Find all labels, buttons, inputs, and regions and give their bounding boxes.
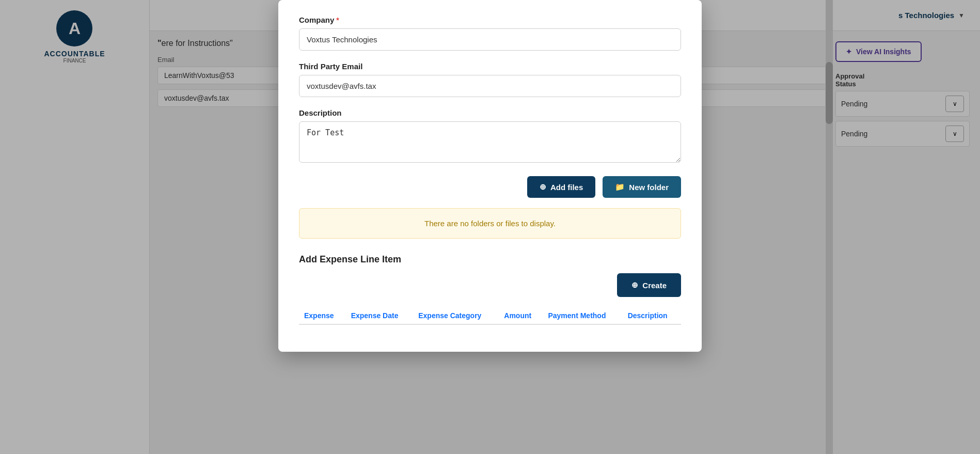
expense-table: Expense Expense Date Expense Category Am… — [299, 307, 681, 325]
th-expense-category: Expense Category — [413, 307, 499, 324]
expense-section: Add Expense Line Item ⊕ Create Expense E… — [299, 254, 681, 325]
plus-icon-add-files: ⊕ — [540, 182, 546, 192]
th-expense-date: Expense Date — [346, 307, 414, 324]
add-files-button[interactable]: ⊕ Add files — [527, 176, 595, 198]
add-files-label: Add files — [550, 183, 583, 192]
expense-section-title: Add Expense Line Item — [299, 254, 681, 265]
create-label: Create — [642, 281, 667, 290]
company-label: Company * — [299, 15, 681, 24]
company-form-group: Company * — [299, 15, 681, 51]
description-form-group: Description For Test — [299, 108, 681, 165]
th-payment-method: Payment Method — [543, 307, 622, 324]
company-input[interactable] — [299, 28, 681, 51]
table-header-row: Expense Expense Date Expense Category Am… — [299, 307, 681, 324]
new-folder-label: New folder — [629, 183, 669, 192]
folder-icon: 📁 — [615, 182, 625, 192]
third-party-email-label: Third Party Email — [299, 62, 681, 71]
new-folder-button[interactable]: 📁 New folder — [603, 176, 681, 198]
third-party-email-form-group: Third Party Email — [299, 62, 681, 97]
empty-files-message: There are no folders or files to display… — [299, 208, 681, 239]
plus-icon-create: ⊕ — [631, 280, 638, 290]
description-textarea[interactable]: For Test — [299, 121, 681, 163]
third-party-email-input[interactable] — [299, 75, 681, 97]
file-action-buttons: ⊕ Add files 📁 New folder — [299, 176, 681, 198]
required-star: * — [336, 16, 339, 24]
th-amount: Amount — [499, 307, 543, 324]
th-expense: Expense — [299, 307, 346, 324]
description-label: Description — [299, 108, 681, 117]
create-button[interactable]: ⊕ Create — [617, 273, 681, 297]
create-button-row: ⊕ Create — [299, 273, 681, 297]
th-description: Description — [623, 307, 681, 324]
modal-dialog: Company * Third Party Email Description … — [278, 0, 702, 352]
modal-overlay: Company * Third Party Email Description … — [0, 0, 980, 454]
